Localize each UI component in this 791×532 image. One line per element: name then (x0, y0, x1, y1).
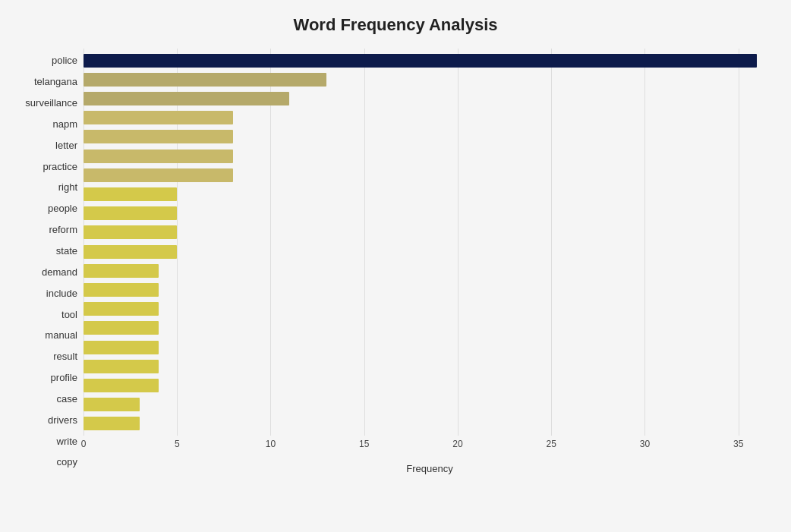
y-label: tool (61, 310, 77, 320)
x-tick-label: 10 (266, 439, 276, 449)
y-label: right (58, 182, 77, 192)
bar-row (84, 395, 776, 414)
y-label: drivers (48, 415, 77, 425)
y-label: surveillance (25, 98, 77, 108)
bar-row (84, 242, 776, 261)
chart-title: Word Frequency Analysis (15, 15, 776, 35)
bar-row (84, 223, 776, 242)
y-label: reform (49, 225, 77, 235)
bar (84, 168, 233, 182)
bar (84, 360, 159, 373)
bar (84, 302, 159, 316)
bar (84, 92, 289, 105)
bars-container (84, 49, 776, 436)
y-label: copy (57, 457, 77, 467)
y-label: people (48, 203, 77, 213)
bar-row (84, 414, 776, 433)
bar (84, 187, 177, 201)
bar (84, 206, 177, 220)
bar-row (84, 165, 776, 184)
x-tick-label: 20 (452, 439, 462, 449)
bar (84, 54, 757, 68)
bar-row (84, 357, 776, 376)
y-label: write (57, 436, 77, 446)
bar (84, 417, 140, 430)
bar-row (84, 376, 776, 395)
x-tick-label: 15 (359, 439, 369, 449)
y-label: result (53, 351, 77, 361)
y-label: state (56, 246, 77, 256)
bar (84, 283, 159, 297)
y-label: telangana (34, 77, 77, 87)
bar-row (84, 109, 776, 127)
y-label: demand (42, 267, 77, 277)
bar-row (84, 51, 776, 70)
bar-row (84, 280, 776, 299)
bar-row (84, 338, 776, 357)
bar-row (84, 89, 776, 108)
y-label: letter (55, 140, 77, 150)
y-label: include (46, 288, 77, 298)
bar-row (84, 319, 776, 338)
bar-row (84, 127, 776, 146)
bar-row (84, 70, 776, 89)
x-axis-labels: 05101520253035 (84, 439, 776, 461)
y-labels: policetelanganasurveillancenapmletterpra… (15, 49, 84, 474)
bar (84, 264, 159, 278)
y-label: practice (43, 162, 77, 172)
y-label: napm (52, 119, 77, 129)
chart-container: Word Frequency Analysis policetelanganas… (0, 0, 791, 532)
x-tick-label: 25 (547, 439, 556, 449)
x-tick-label: 30 (640, 439, 650, 449)
x-tick-label: 35 (733, 439, 743, 449)
bar (84, 398, 140, 411)
x-tick-label: 0 (81, 439, 87, 449)
y-label: case (57, 394, 77, 404)
x-axis-title: Frequency (84, 463, 776, 474)
bar (84, 379, 159, 392)
bar-row (84, 261, 776, 280)
y-label: profile (51, 373, 77, 382)
bar (84, 225, 177, 239)
y-label: police (52, 55, 77, 65)
bar (84, 341, 159, 354)
y-label: manual (45, 330, 77, 340)
bar-row (84, 184, 776, 203)
x-tick-label: 5 (175, 439, 180, 449)
bar (84, 150, 233, 163)
grid-and-bars (84, 49, 776, 436)
bar (84, 321, 159, 335)
plot-area: 05101520253035 Frequency (84, 49, 776, 474)
bar-row (84, 300, 776, 319)
bar-row (84, 146, 776, 165)
bar (84, 245, 177, 259)
chart-area: policetelanganasurveillancenapmletterpra… (15, 49, 776, 474)
bar (84, 130, 233, 143)
bar-row (84, 204, 776, 223)
bar (84, 111, 233, 124)
bar (84, 73, 326, 87)
